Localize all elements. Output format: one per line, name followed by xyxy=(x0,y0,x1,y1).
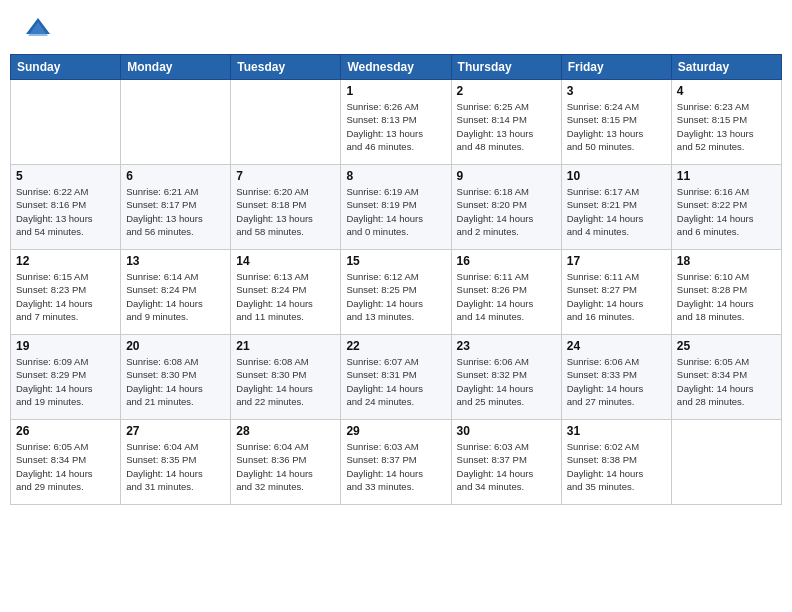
day-number: 14 xyxy=(236,254,335,268)
calendar-cell: 7Sunrise: 6:20 AM Sunset: 8:18 PM Daylig… xyxy=(231,165,341,250)
day-info: Sunrise: 6:11 AM Sunset: 8:26 PM Dayligh… xyxy=(457,270,556,323)
week-row-4: 26Sunrise: 6:05 AM Sunset: 8:34 PM Dayli… xyxy=(11,420,782,505)
day-info: Sunrise: 6:09 AM Sunset: 8:29 PM Dayligh… xyxy=(16,355,115,408)
day-number: 23 xyxy=(457,339,556,353)
day-info: Sunrise: 6:18 AM Sunset: 8:20 PM Dayligh… xyxy=(457,185,556,238)
day-info: Sunrise: 6:06 AM Sunset: 8:32 PM Dayligh… xyxy=(457,355,556,408)
day-info: Sunrise: 6:05 AM Sunset: 8:34 PM Dayligh… xyxy=(677,355,776,408)
day-number: 18 xyxy=(677,254,776,268)
day-number: 7 xyxy=(236,169,335,183)
week-row-2: 12Sunrise: 6:15 AM Sunset: 8:23 PM Dayli… xyxy=(11,250,782,335)
day-info: Sunrise: 6:03 AM Sunset: 8:37 PM Dayligh… xyxy=(346,440,445,493)
calendar-cell: 4Sunrise: 6:23 AM Sunset: 8:15 PM Daylig… xyxy=(671,80,781,165)
day-number: 30 xyxy=(457,424,556,438)
calendar-cell: 2Sunrise: 6:25 AM Sunset: 8:14 PM Daylig… xyxy=(451,80,561,165)
day-number: 1 xyxy=(346,84,445,98)
day-number: 2 xyxy=(457,84,556,98)
day-info: Sunrise: 6:07 AM Sunset: 8:31 PM Dayligh… xyxy=(346,355,445,408)
calendar-cell: 15Sunrise: 6:12 AM Sunset: 8:25 PM Dayli… xyxy=(341,250,451,335)
day-number: 20 xyxy=(126,339,225,353)
calendar-cell: 14Sunrise: 6:13 AM Sunset: 8:24 PM Dayli… xyxy=(231,250,341,335)
calendar-cell: 31Sunrise: 6:02 AM Sunset: 8:38 PM Dayli… xyxy=(561,420,671,505)
calendar-cell xyxy=(121,80,231,165)
day-info: Sunrise: 6:19 AM Sunset: 8:19 PM Dayligh… xyxy=(346,185,445,238)
week-row-0: 1Sunrise: 6:26 AM Sunset: 8:13 PM Daylig… xyxy=(11,80,782,165)
day-number: 13 xyxy=(126,254,225,268)
day-info: Sunrise: 6:23 AM Sunset: 8:15 PM Dayligh… xyxy=(677,100,776,153)
logo xyxy=(18,14,52,42)
logo-icon xyxy=(24,14,52,42)
calendar-cell: 27Sunrise: 6:04 AM Sunset: 8:35 PM Dayli… xyxy=(121,420,231,505)
day-info: Sunrise: 6:06 AM Sunset: 8:33 PM Dayligh… xyxy=(567,355,666,408)
day-number: 28 xyxy=(236,424,335,438)
day-info: Sunrise: 6:15 AM Sunset: 8:23 PM Dayligh… xyxy=(16,270,115,323)
calendar-cell: 22Sunrise: 6:07 AM Sunset: 8:31 PM Dayli… xyxy=(341,335,451,420)
calendar-cell: 13Sunrise: 6:14 AM Sunset: 8:24 PM Dayli… xyxy=(121,250,231,335)
calendar-cell: 12Sunrise: 6:15 AM Sunset: 8:23 PM Dayli… xyxy=(11,250,121,335)
day-number: 25 xyxy=(677,339,776,353)
calendar-cell: 5Sunrise: 6:22 AM Sunset: 8:16 PM Daylig… xyxy=(11,165,121,250)
weekday-header-sunday: Sunday xyxy=(11,55,121,80)
day-info: Sunrise: 6:24 AM Sunset: 8:15 PM Dayligh… xyxy=(567,100,666,153)
day-number: 24 xyxy=(567,339,666,353)
day-info: Sunrise: 6:04 AM Sunset: 8:35 PM Dayligh… xyxy=(126,440,225,493)
day-info: Sunrise: 6:26 AM Sunset: 8:13 PM Dayligh… xyxy=(346,100,445,153)
day-number: 10 xyxy=(567,169,666,183)
calendar-cell: 18Sunrise: 6:10 AM Sunset: 8:28 PM Dayli… xyxy=(671,250,781,335)
day-number: 21 xyxy=(236,339,335,353)
calendar-cell: 25Sunrise: 6:05 AM Sunset: 8:34 PM Dayli… xyxy=(671,335,781,420)
day-number: 15 xyxy=(346,254,445,268)
day-info: Sunrise: 6:12 AM Sunset: 8:25 PM Dayligh… xyxy=(346,270,445,323)
calendar-cell: 29Sunrise: 6:03 AM Sunset: 8:37 PM Dayli… xyxy=(341,420,451,505)
weekday-header-monday: Monday xyxy=(121,55,231,80)
calendar-cell: 1Sunrise: 6:26 AM Sunset: 8:13 PM Daylig… xyxy=(341,80,451,165)
calendar-cell: 16Sunrise: 6:11 AM Sunset: 8:26 PM Dayli… xyxy=(451,250,561,335)
calendar-cell: 11Sunrise: 6:16 AM Sunset: 8:22 PM Dayli… xyxy=(671,165,781,250)
calendar-cell xyxy=(11,80,121,165)
day-number: 8 xyxy=(346,169,445,183)
day-info: Sunrise: 6:10 AM Sunset: 8:28 PM Dayligh… xyxy=(677,270,776,323)
day-info: Sunrise: 6:08 AM Sunset: 8:30 PM Dayligh… xyxy=(236,355,335,408)
calendar-cell: 9Sunrise: 6:18 AM Sunset: 8:20 PM Daylig… xyxy=(451,165,561,250)
weekday-header-thursday: Thursday xyxy=(451,55,561,80)
week-row-3: 19Sunrise: 6:09 AM Sunset: 8:29 PM Dayli… xyxy=(11,335,782,420)
calendar-cell xyxy=(671,420,781,505)
calendar-cell: 6Sunrise: 6:21 AM Sunset: 8:17 PM Daylig… xyxy=(121,165,231,250)
calendar-cell: 17Sunrise: 6:11 AM Sunset: 8:27 PM Dayli… xyxy=(561,250,671,335)
day-number: 31 xyxy=(567,424,666,438)
day-info: Sunrise: 6:05 AM Sunset: 8:34 PM Dayligh… xyxy=(16,440,115,493)
day-info: Sunrise: 6:11 AM Sunset: 8:27 PM Dayligh… xyxy=(567,270,666,323)
calendar-cell: 28Sunrise: 6:04 AM Sunset: 8:36 PM Dayli… xyxy=(231,420,341,505)
weekday-header-wednesday: Wednesday xyxy=(341,55,451,80)
day-info: Sunrise: 6:20 AM Sunset: 8:18 PM Dayligh… xyxy=(236,185,335,238)
day-info: Sunrise: 6:08 AM Sunset: 8:30 PM Dayligh… xyxy=(126,355,225,408)
calendar-cell: 26Sunrise: 6:05 AM Sunset: 8:34 PM Dayli… xyxy=(11,420,121,505)
day-info: Sunrise: 6:04 AM Sunset: 8:36 PM Dayligh… xyxy=(236,440,335,493)
day-number: 19 xyxy=(16,339,115,353)
calendar-cell: 19Sunrise: 6:09 AM Sunset: 8:29 PM Dayli… xyxy=(11,335,121,420)
calendar-cell: 21Sunrise: 6:08 AM Sunset: 8:30 PM Dayli… xyxy=(231,335,341,420)
calendar-cell: 20Sunrise: 6:08 AM Sunset: 8:30 PM Dayli… xyxy=(121,335,231,420)
page-header xyxy=(10,10,782,46)
day-number: 16 xyxy=(457,254,556,268)
calendar-cell: 30Sunrise: 6:03 AM Sunset: 8:37 PM Dayli… xyxy=(451,420,561,505)
weekday-header-friday: Friday xyxy=(561,55,671,80)
calendar-cell: 24Sunrise: 6:06 AM Sunset: 8:33 PM Dayli… xyxy=(561,335,671,420)
weekday-header-tuesday: Tuesday xyxy=(231,55,341,80)
day-number: 12 xyxy=(16,254,115,268)
day-number: 27 xyxy=(126,424,225,438)
calendar-cell: 10Sunrise: 6:17 AM Sunset: 8:21 PM Dayli… xyxy=(561,165,671,250)
day-number: 6 xyxy=(126,169,225,183)
day-number: 17 xyxy=(567,254,666,268)
weekday-header-row: SundayMondayTuesdayWednesdayThursdayFrid… xyxy=(11,55,782,80)
day-info: Sunrise: 6:22 AM Sunset: 8:16 PM Dayligh… xyxy=(16,185,115,238)
day-info: Sunrise: 6:21 AM Sunset: 8:17 PM Dayligh… xyxy=(126,185,225,238)
day-number: 5 xyxy=(16,169,115,183)
day-number: 22 xyxy=(346,339,445,353)
calendar-cell: 3Sunrise: 6:24 AM Sunset: 8:15 PM Daylig… xyxy=(561,80,671,165)
day-number: 3 xyxy=(567,84,666,98)
day-info: Sunrise: 6:13 AM Sunset: 8:24 PM Dayligh… xyxy=(236,270,335,323)
day-info: Sunrise: 6:25 AM Sunset: 8:14 PM Dayligh… xyxy=(457,100,556,153)
day-number: 4 xyxy=(677,84,776,98)
day-info: Sunrise: 6:02 AM Sunset: 8:38 PM Dayligh… xyxy=(567,440,666,493)
